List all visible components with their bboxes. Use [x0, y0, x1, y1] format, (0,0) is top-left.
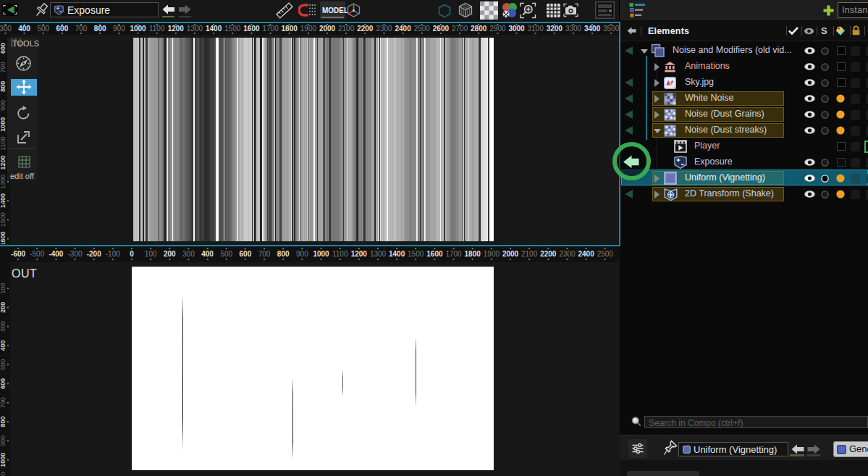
svg-text:2400: 2400 [395, 25, 411, 33]
svg-text:700: 700 [75, 25, 88, 33]
svg-text:1600: 1600 [0, 232, 7, 244]
svg-text:3100: 3100 [527, 25, 544, 33]
svg-text:2100: 2100 [338, 25, 355, 33]
svg-text:2500: 2500 [597, 250, 614, 258]
svg-text:1000: 1000 [313, 250, 329, 258]
svg-text:1700: 1700 [262, 25, 279, 33]
svg-text:2800: 2800 [471, 25, 487, 33]
svg-text:1300: 1300 [370, 250, 387, 258]
svg-text:800: 800 [94, 25, 106, 33]
svg-text:100: 100 [0, 283, 7, 293]
svg-text:1000: 1000 [0, 453, 7, 467]
svg-text:400: 400 [18, 25, 30, 33]
svg-text:300: 300 [0, 321, 7, 332]
svg-text:1100: 1100 [0, 472, 7, 476]
svg-text:3500: 3500 [603, 25, 620, 33]
svg-text:2300: 2300 [376, 25, 392, 33]
svg-text:1100: 1100 [149, 25, 165, 33]
svg-text:1900: 1900 [484, 250, 500, 258]
svg-text:2500: 2500 [414, 25, 431, 33]
svg-text:-400: -400 [49, 250, 63, 258]
svg-text:800: 800 [0, 417, 7, 427]
svg-text:300: 300 [182, 250, 195, 258]
svg-text:2900: 2900 [489, 25, 506, 33]
svg-text:0: 0 [130, 250, 134, 258]
svg-text:600: 600 [56, 25, 69, 33]
svg-text:600: 600 [0, 43, 7, 54]
svg-text:2200: 2200 [357, 25, 374, 33]
svg-text:1600: 1600 [426, 250, 443, 258]
svg-text:200: 200 [164, 250, 176, 258]
svg-text:1400: 1400 [0, 193, 7, 208]
svg-text:900: 900 [113, 25, 125, 33]
svg-text:1000: 1000 [0, 117, 7, 132]
svg-text:100: 100 [145, 250, 157, 258]
svg-text:3300: 3300 [565, 25, 582, 33]
svg-text:400: 400 [0, 340, 7, 351]
svg-text:-100: -100 [106, 250, 120, 258]
svg-text:1500: 1500 [224, 25, 241, 33]
svg-text:1300: 1300 [0, 175, 7, 189]
svg-text:-200: -200 [87, 250, 101, 258]
svg-text:2600: 2600 [433, 25, 450, 33]
svg-text:900: 900 [0, 435, 7, 446]
svg-text:1300: 1300 [187, 25, 203, 33]
svg-text:2700: 2700 [452, 25, 468, 33]
svg-text:1800: 1800 [282, 25, 298, 33]
svg-text:700: 700 [0, 62, 7, 72]
svg-text:1400: 1400 [206, 25, 222, 33]
svg-text:500: 500 [37, 25, 49, 33]
svg-text:900: 900 [296, 250, 308, 258]
svg-text:2200: 2200 [540, 250, 557, 258]
svg-text:600: 600 [0, 378, 7, 389]
svg-text:2000: 2000 [319, 25, 336, 33]
svg-text:600: 600 [240, 250, 252, 258]
svg-text:1900: 1900 [300, 25, 317, 33]
svg-text:2400: 2400 [578, 250, 594, 258]
svg-text:1200: 1200 [0, 155, 7, 170]
svg-text:800: 800 [0, 81, 7, 92]
svg-text:400: 400 [201, 250, 214, 258]
svg-text:800: 800 [277, 250, 290, 258]
svg-text:1100: 1100 [0, 136, 7, 150]
svg-text:1200: 1200 [351, 250, 368, 258]
svg-text:700: 700 [258, 250, 271, 258]
svg-text:900: 900 [0, 100, 7, 111]
svg-text:500: 500 [220, 250, 232, 258]
svg-text:2000: 2000 [502, 250, 519, 258]
svg-text:3000: 3000 [508, 25, 525, 33]
svg-text:200: 200 [0, 302, 7, 313]
svg-text:1500: 1500 [0, 212, 7, 227]
svg-text:3400: 3400 [584, 25, 601, 33]
svg-text:1000: 1000 [130, 25, 146, 33]
svg-text:3200: 3200 [547, 25, 563, 33]
svg-text:1800: 1800 [465, 250, 481, 258]
svg-text:-300: -300 [67, 250, 82, 258]
svg-text:1500: 1500 [408, 250, 424, 258]
svg-text:-600: -600 [11, 250, 25, 258]
svg-text:2100: 2100 [521, 250, 538, 258]
svg-text:2300: 2300 [559, 250, 576, 258]
svg-text:700: 700 [0, 397, 7, 408]
svg-text:500: 500 [0, 359, 7, 370]
svg-text:1200: 1200 [168, 25, 185, 33]
svg-text:1600: 1600 [243, 25, 260, 33]
svg-text:-500: -500 [30, 250, 44, 258]
svg-text:1700: 1700 [445, 250, 462, 258]
svg-text:1400: 1400 [389, 250, 405, 258]
svg-text:1100: 1100 [332, 250, 348, 258]
